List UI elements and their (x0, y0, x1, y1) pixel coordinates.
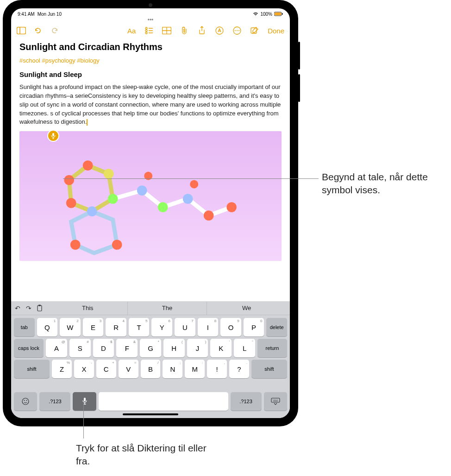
note-image[interactable] (19, 131, 282, 261)
key-question[interactable]: .? (229, 360, 249, 378)
note-title[interactable]: Sunlight and Circadian Rhythms (19, 42, 282, 52)
svg-point-34 (112, 240, 122, 250)
quicktype-suggestions: This The We (48, 302, 286, 315)
key-z[interactable]: %Z (52, 360, 72, 378)
home-indicator[interactable] (123, 413, 178, 415)
format-text-icon[interactable]: Aa (127, 26, 136, 35)
key-j[interactable]: )J (187, 339, 208, 357)
markup-icon[interactable] (215, 26, 224, 35)
svg-point-41 (144, 172, 152, 180)
key-shift-right[interactable]: shift (251, 360, 287, 378)
status-date: Mon Jun 10 (38, 12, 62, 17)
wifi-icon (253, 12, 258, 16)
more-icon[interactable] (232, 26, 242, 35)
svg-point-35 (70, 240, 81, 250)
sidebar-toggle-icon[interactable] (17, 26, 26, 35)
compose-icon[interactable] (250, 26, 259, 35)
multitask-dots-icon[interactable]: ••• (11, 18, 290, 22)
key-shift-left[interactable]: shift (14, 360, 50, 378)
status-time: 9:41 AM (18, 12, 35, 17)
key-x[interactable]: -X (74, 360, 94, 378)
attachment-icon[interactable] (180, 26, 189, 35)
key-g[interactable]: *G (140, 339, 161, 357)
key-r[interactable]: 4R (106, 318, 126, 336)
svg-point-28 (83, 160, 93, 171)
key-dismiss-keyboard[interactable] (264, 392, 287, 411)
key-b[interactable]: /B (141, 360, 161, 378)
key-u[interactable]: 7U (175, 318, 195, 336)
dictation-indicator-icon[interactable] (47, 130, 59, 142)
redo-icon[interactable] (50, 26, 59, 35)
kb-undo-icon[interactable]: ↶ (15, 305, 20, 312)
toolbar: Aa (11, 22, 290, 39)
key-dictation[interactable] (73, 392, 96, 411)
undo-icon[interactable] (33, 26, 43, 35)
suggestion-2[interactable]: The (127, 302, 207, 315)
key-tab[interactable]: tab (14, 318, 35, 336)
key-c[interactable]: +C (96, 360, 116, 378)
key-t[interactable]: 5T (129, 318, 150, 336)
note-paragraph[interactable]: Sunlight has a profound impact on the sl… (19, 83, 282, 127)
key-l[interactable]: "L (234, 339, 255, 357)
key-return[interactable]: return (257, 339, 287, 357)
kb-paste-icon[interactable] (37, 305, 44, 312)
svg-point-46 (24, 400, 25, 401)
text-cursor (87, 119, 88, 126)
svg-point-29 (104, 169, 114, 179)
svg-point-42 (190, 180, 198, 189)
status-bar: 9:41 AM Mon Jun 10 100% (11, 8, 290, 18)
kb-redo-icon[interactable]: ↷ (26, 305, 31, 312)
key-a[interactable]: @A (46, 339, 67, 357)
key-emoji[interactable] (14, 392, 37, 411)
key-p[interactable]: 0P (244, 318, 264, 336)
key-i[interactable]: 8I (198, 318, 219, 336)
key-v[interactable]: =V (119, 360, 138, 378)
key-m[interactable]: :M (185, 360, 205, 378)
keyboard-toolbar: ↶ ↷ This The We (11, 301, 290, 315)
key-numbers-right[interactable]: .?123 (231, 392, 262, 411)
note-body[interactable]: Sunlight and Circadian Rhythms #school #… (11, 39, 290, 301)
key-d[interactable]: $D (93, 339, 114, 357)
table-icon[interactable] (162, 26, 171, 35)
done-button[interactable]: Done (268, 27, 284, 35)
svg-point-33 (64, 175, 74, 185)
suggestion-1[interactable]: This (48, 302, 127, 315)
ipad-frame: 9:41 AM Mon Jun 10 100% ••• (3, 0, 298, 426)
key-k[interactable]: 'K (210, 339, 232, 357)
key-w[interactable]: 2W (60, 318, 81, 336)
battery-icon (274, 12, 283, 16)
key-space[interactable] (99, 392, 228, 411)
note-tags[interactable]: #school #psychology #biology (19, 57, 282, 64)
checklist-icon[interactable] (144, 26, 154, 35)
share-icon[interactable] (197, 26, 207, 35)
key-exclaim[interactable]: ,! (207, 360, 227, 378)
keyboard: ↶ ↷ This The We tab 1Q 2W 3E (11, 301, 290, 418)
svg-point-36 (137, 185, 147, 196)
key-y[interactable]: 6Y (151, 318, 172, 336)
volume-down-button (298, 74, 300, 102)
note-subheading[interactable]: Sunlight and Sleep (19, 70, 282, 78)
key-h[interactable]: (H (163, 339, 185, 357)
key-o[interactable]: 9O (220, 318, 241, 336)
key-numbers-left[interactable]: .?123 (39, 392, 70, 411)
svg-point-32 (66, 198, 76, 208)
key-e[interactable]: 3E (83, 318, 104, 336)
suggestion-3[interactable]: We (207, 302, 286, 315)
key-s[interactable]: #S (69, 339, 91, 357)
key-capslock[interactable]: caps lock (14, 339, 44, 357)
key-n[interactable]: ;N (163, 360, 182, 378)
svg-rect-44 (38, 305, 41, 306)
svg-point-40 (226, 202, 237, 212)
svg-rect-49 (271, 398, 280, 402)
svg-rect-3 (17, 27, 26, 34)
key-q[interactable]: 1Q (37, 318, 58, 336)
key-delete[interactable]: delete (266, 318, 287, 336)
svg-point-17 (237, 30, 238, 31)
svg-rect-43 (38, 305, 42, 311)
svg-point-9 (145, 32, 147, 34)
svg-rect-1 (275, 13, 281, 15)
svg-point-39 (204, 210, 214, 221)
key-f[interactable]: &F (116, 339, 138, 357)
svg-rect-48 (84, 398, 86, 401)
volume-up-button (298, 42, 300, 70)
